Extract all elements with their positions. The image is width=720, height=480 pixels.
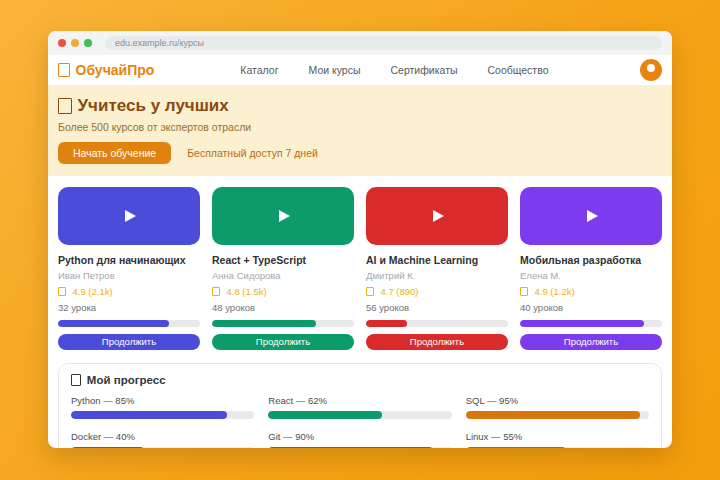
rating-value: 4.9 (1.2k) <box>534 286 574 297</box>
progress-track <box>71 447 254 448</box>
course-author: Елена М. <box>520 270 662 281</box>
progress-section-title: Мой прогресс <box>71 374 649 386</box>
progress-item-sql: SQL — 95% <box>466 395 649 419</box>
course-card-ai-ml: AI и Machine Learning Дмитрий К. 4.7 (89… <box>366 187 508 350</box>
progress-label: SQL — 95% <box>466 395 649 406</box>
course-lessons: 32 урока <box>58 302 200 313</box>
star-icon <box>366 287 374 297</box>
progress-item-git: Git — 90% <box>268 431 451 448</box>
url-bar[interactable]: edu.example.ru/курсы <box>105 36 662 50</box>
course-author: Иван Петров <box>58 270 200 281</box>
play-icon <box>433 210 444 222</box>
hero-cta-row: Начать обучение Бесплатный доступ 7 дней <box>58 142 660 164</box>
progress-fill <box>466 447 567 448</box>
course-title: AI и Machine Learning <box>366 254 508 266</box>
star-icon <box>58 287 66 297</box>
course-progress-fill <box>366 320 407 327</box>
progress-fill <box>268 447 433 448</box>
progress-label: Linux — 55% <box>466 431 649 442</box>
continue-button[interactable]: Продолжить <box>58 334 200 350</box>
course-rating: 4.7 (890) <box>366 286 508 297</box>
progress-label: Docker — 40% <box>71 431 254 442</box>
hero-title: Учитесь у лучших <box>58 96 660 116</box>
course-lessons: 40 уроков <box>520 302 662 313</box>
progress-item-linux: Linux — 55% <box>466 431 649 448</box>
course-rating: 4.9 (2.1k) <box>58 286 200 297</box>
course-progressbar <box>520 320 662 327</box>
free-trial-note: Бесплатный доступ 7 дней <box>187 147 318 159</box>
maximize-window-button[interactable] <box>84 39 92 47</box>
progress-fill <box>71 411 227 419</box>
logo-label: ОбучайПро <box>76 62 155 78</box>
nav-item-community[interactable]: Сообщество <box>487 64 548 76</box>
progress-title-text: Мой прогресс <box>87 374 166 386</box>
course-card-grid: Python для начинающих Иван Петров 4.9 (2… <box>48 176 672 356</box>
course-title: Мобильная разработка <box>520 254 662 266</box>
progress-label: Git — 90% <box>268 431 451 442</box>
course-title: Python для начинающих <box>58 254 200 266</box>
rating-value: 4.8 (1.5k) <box>226 286 266 297</box>
progress-fill <box>71 447 144 448</box>
course-rating: 4.8 (1.5k) <box>212 286 354 297</box>
course-progressbar <box>212 320 354 327</box>
course-progress-fill <box>58 320 169 327</box>
play-icon <box>587 210 598 222</box>
minimize-window-button[interactable] <box>71 39 79 47</box>
course-card-react: React + TypeScript Анна Сидорова 4.8 (1.… <box>212 187 354 350</box>
course-author: Дмитрий К. <box>366 270 508 281</box>
course-progress-fill <box>212 320 316 327</box>
hero-subtitle: Более 500 курсов от экспертов отрасли <box>58 121 660 133</box>
play-icon <box>125 210 136 222</box>
progress-track <box>466 411 649 419</box>
site-logo[interactable]: ОбучайПро <box>58 62 154 78</box>
course-progress-fill <box>520 320 644 327</box>
logo-missing-glyph-icon <box>58 63 70 76</box>
progress-track <box>71 411 254 419</box>
progress-grid: Python — 85% React — 62% SQL — 95% Docke… <box>71 395 649 448</box>
user-avatar-icon[interactable] <box>640 59 662 81</box>
my-progress-section: Мой прогресс Python — 85% React — 62% SQ… <box>58 363 662 448</box>
rating-value: 4.7 (890) <box>380 286 418 297</box>
nav-item-catalog[interactable]: Каталог <box>240 64 278 76</box>
course-thumbnail[interactable] <box>58 187 200 245</box>
nav-item-certificates[interactable]: Сертификаты <box>390 64 457 76</box>
course-card-mobile: Мобильная разработка Елена М. 4.9 (1.2k)… <box>520 187 662 350</box>
browser-window: edu.example.ru/курсы ОбучайПро Каталог М… <box>48 31 672 448</box>
start-learning-button[interactable]: Начать обучение <box>58 142 171 164</box>
hero-banner: Учитесь у лучших Более 500 курсов от экс… <box>48 85 672 176</box>
url-text: edu.example.ru/курсы <box>115 38 204 48</box>
progress-missing-glyph-icon <box>71 374 81 385</box>
progress-track <box>268 411 451 419</box>
course-thumbnail[interactable] <box>366 187 508 245</box>
course-author: Анна Сидорова <box>212 270 354 281</box>
hero-missing-glyph-icon <box>58 98 72 114</box>
close-window-button[interactable] <box>58 39 66 47</box>
rating-value: 4.9 (2.1k) <box>72 286 112 297</box>
continue-button[interactable]: Продолжить <box>366 334 508 350</box>
progress-track <box>466 447 649 448</box>
main-nav: Каталог Мои курсы Сертификаты Сообщество <box>240 64 548 76</box>
course-lessons: 48 уроков <box>212 302 354 313</box>
continue-button[interactable]: Продолжить <box>212 334 354 350</box>
course-thumbnail[interactable] <box>520 187 662 245</box>
progress-label: React — 62% <box>268 395 451 406</box>
course-title: React + TypeScript <box>212 254 354 266</box>
continue-button[interactable]: Продолжить <box>520 334 662 350</box>
star-icon <box>212 287 220 297</box>
progress-track <box>268 447 451 448</box>
nav-item-my-courses[interactable]: Мои курсы <box>309 64 361 76</box>
course-lessons: 56 уроков <box>366 302 508 313</box>
progress-fill <box>466 411 640 419</box>
progress-label: Python — 85% <box>71 395 254 406</box>
course-thumbnail[interactable] <box>212 187 354 245</box>
progress-item-python: Python — 85% <box>71 395 254 419</box>
progress-fill <box>268 411 382 419</box>
star-icon <box>520 287 528 297</box>
play-icon <box>279 210 290 222</box>
browser-chrome: edu.example.ru/курсы <box>48 31 672 55</box>
progress-item-react: React — 62% <box>268 395 451 419</box>
course-progressbar <box>366 320 508 327</box>
hero-title-text: Учитесь у лучших <box>78 96 229 116</box>
site-header: ОбучайПро Каталог Мои курсы Сертификаты … <box>48 55 672 85</box>
progress-item-docker: Docker — 40% <box>71 431 254 448</box>
